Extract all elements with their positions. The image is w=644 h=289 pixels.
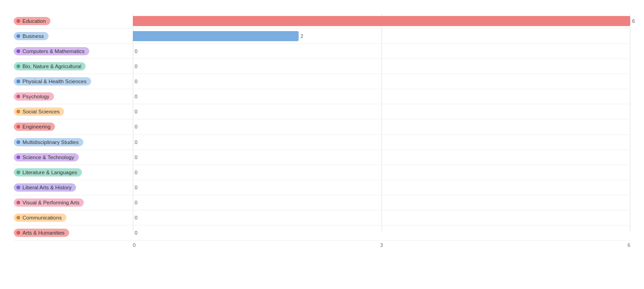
bar-value-label: 0	[135, 94, 137, 99]
pill-dot	[16, 216, 20, 219]
bar-track: 0	[133, 90, 630, 103]
bar-track: 0	[133, 75, 630, 88]
bar-row: Science & Technology0	[14, 150, 630, 165]
bar-label-text: Visual & Performing Arts	[22, 200, 79, 205]
bar-label-text: Computers & Mathematics	[22, 48, 85, 54]
bar-value-label: 0	[135, 185, 137, 190]
bar-row: Business2	[14, 29, 630, 44]
bars-wrapper: Education6Business2Computers & Mathemati…	[14, 14, 630, 241]
bar-row: Physical & Health Sciences0	[14, 74, 630, 89]
bar-label-text: Liberal Arts & History	[22, 185, 71, 190]
bar-label-text: Psychology	[22, 94, 49, 99]
bar-label: Psychology	[14, 92, 133, 101]
bar-track: 0	[133, 181, 630, 194]
bar-label: Liberal Arts & History	[14, 183, 133, 192]
bar-label: Multidisciplinary Studies	[14, 138, 133, 146]
bar-fill	[133, 31, 299, 41]
bar-label: Computers & Mathematics	[14, 47, 133, 55]
pill-dot	[16, 186, 20, 189]
bar-track: 0	[133, 136, 630, 149]
bar-label: Visual & Performing Arts	[14, 198, 133, 207]
bar-track: 0	[133, 120, 630, 133]
bar-label: Social Sciences	[14, 107, 133, 116]
pill-dot	[16, 95, 20, 98]
bar-label-text: Literature & Languages	[22, 170, 77, 175]
bar-track: 2	[133, 30, 630, 43]
bar-row: Arts & Humanities0	[14, 225, 630, 241]
bar-label: Physical & Health Sciences	[14, 77, 133, 86]
bar-label-text: Education	[22, 18, 46, 24]
pill-dot	[16, 80, 20, 83]
pill-dot	[16, 34, 20, 38]
x-tick: 3	[380, 242, 383, 248]
bar-label-text: Arts & Humanities	[22, 230, 65, 235]
bar-label-text: Social Sciences	[22, 109, 60, 114]
bar-label: Education	[14, 17, 133, 25]
bar-row: Bio, Nature & Agricultural0	[14, 59, 630, 74]
pill-dot	[16, 155, 20, 159]
bar-value-label: 0	[135, 230, 137, 235]
pill-dot	[16, 140, 20, 144]
bar-track: 0	[133, 60, 630, 73]
bar-label-text: Physical & Health Sciences	[22, 79, 87, 84]
bar-row: Visual & Performing Arts0	[14, 195, 630, 210]
bar-label: Science & Technology	[14, 153, 133, 161]
bar-value-label: 0	[135, 124, 137, 129]
pill-dot	[16, 19, 20, 23]
bar-value-label: 0	[135, 79, 137, 84]
bar-value-label: 2	[300, 33, 303, 39]
x-tick: 6	[628, 242, 630, 248]
bar-label-text: Bio, Nature & Agricultural	[22, 64, 81, 69]
bar-label: Arts & Humanities	[14, 229, 133, 237]
bar-row: Literature & Languages0	[14, 165, 630, 180]
bar-track: 0	[133, 105, 630, 118]
bar-track: 0	[133, 196, 630, 209]
chart-area: Education6Business2Computers & Mathemati…	[14, 14, 630, 248]
bars-section: Education6Business2Computers & Mathemati…	[14, 14, 630, 241]
bar-value-label: 0	[135, 109, 137, 114]
bar-label: Bio, Nature & Agricultural	[14, 62, 133, 70]
pill-dot	[16, 125, 20, 128]
bar-value-label: 0	[135, 139, 137, 145]
pill-dot	[16, 201, 20, 204]
chart-container: Education6Business2Computers & Mathemati…	[0, 0, 644, 289]
bar-row: Computers & Mathematics0	[14, 44, 630, 59]
bar-label: Engineering	[14, 123, 133, 131]
x-axis: 036	[133, 241, 630, 248]
bar-row: Education6	[14, 14, 630, 29]
bar-label: Business	[14, 32, 133, 40]
pill-dot	[16, 49, 20, 53]
bar-label-text: Engineering	[22, 124, 50, 129]
bar-label-text: Business	[22, 33, 44, 39]
bar-label-text: Communications	[22, 215, 62, 220]
bar-value-label: 0	[135, 200, 137, 205]
bar-label: Literature & Languages	[14, 168, 133, 177]
bar-value-label: 0	[135, 64, 137, 69]
bar-row: Engineering0	[14, 119, 630, 134]
pill-dot	[16, 171, 20, 174]
pill-dot	[16, 64, 20, 68]
bar-value-label: 0	[135, 215, 137, 220]
bar-track: 0	[133, 211, 630, 224]
bar-track: 0	[133, 226, 630, 239]
bar-label-text: Science & Technology	[22, 155, 74, 160]
bar-row: Communications0	[14, 210, 630, 225]
x-tick: 0	[133, 242, 136, 248]
bar-label: Communications	[14, 214, 133, 222]
bar-value-label: 0	[135, 170, 137, 175]
bar-row: Multidisciplinary Studies0	[14, 135, 630, 150]
bar-value-label: 6	[632, 18, 635, 24]
pill-dot	[16, 110, 20, 113]
bar-row: Social Sciences0	[14, 104, 630, 119]
bar-track: 0	[133, 151, 630, 164]
bar-value-label: 0	[135, 48, 137, 54]
bar-track: 6	[133, 15, 630, 27]
bar-fill	[133, 16, 630, 26]
bar-label-text: Multidisciplinary Studies	[22, 139, 79, 145]
bar-track: 0	[133, 166, 630, 179]
bar-track: 0	[133, 45, 630, 58]
bar-value-label: 0	[135, 155, 137, 160]
bar-row: Psychology0	[14, 89, 630, 104]
bar-row: Liberal Arts & History0	[14, 180, 630, 195]
pill-dot	[16, 231, 20, 235]
